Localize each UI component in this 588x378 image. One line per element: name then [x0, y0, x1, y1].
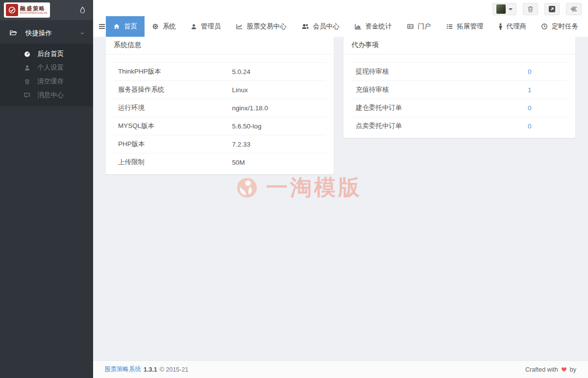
table-row: MYSQL版本 5.6.50-log: [114, 117, 326, 135]
tab-label: 股票交易中心: [247, 22, 287, 31]
caret-down-icon: [509, 8, 513, 10]
dashboard-icon: [23, 50, 31, 58]
system-info-panel: 系统信息 ThinkPHP版本 5.0.24 服务器操作系统 Linux 运行环…: [105, 37, 334, 175]
comment-icon: [23, 92, 31, 99]
sidebar-item-label: 个人设置: [37, 63, 64, 72]
sidebar-item-label: 消息中心: [37, 91, 64, 100]
external-link-icon: [548, 5, 556, 13]
row-value: 50M: [232, 159, 321, 166]
sidebar-item-profile[interactable]: 个人设置: [0, 61, 93, 75]
table-row: ThinkPHP版本 5.0.24: [114, 62, 326, 80]
tab-label: 拓展管理: [457, 22, 484, 31]
clock-icon: [541, 23, 548, 30]
folder-open-icon: [9, 29, 17, 38]
table-row: 服务器操作系统 Linux: [114, 80, 326, 99]
tab-stock-trading[interactable]: 股票交易中心: [228, 16, 294, 37]
footer-copyright: © 2015-21: [160, 366, 189, 373]
brand-name-en: RONGSHENGCELVE: [20, 12, 48, 14]
row-value: nginx/1.18.0: [232, 104, 321, 112]
sidebar-item-label: 清空缓存: [37, 77, 64, 86]
table-row: 充值待审核 1: [351, 80, 567, 99]
tab-admins[interactable]: 管理员: [183, 16, 228, 37]
tab-grid-more[interactable]: [586, 16, 588, 37]
tab-label: 系统: [163, 22, 176, 31]
tab-label: 会员中心: [313, 22, 340, 31]
gear-icon: [152, 23, 159, 30]
tab-portal[interactable]: 门户: [399, 16, 439, 37]
todo-count-link[interactable]: 1: [528, 86, 563, 94]
table-row: 点卖委托中订单 0: [351, 117, 567, 135]
avatar: [496, 4, 506, 14]
sidebar: 融盛策略 RONGSHENGCELVE 快捷操作 后台首页: [0, 0, 93, 378]
newspaper-icon: [407, 23, 414, 30]
user-icon: [191, 24, 197, 30]
watermark-text: 一淘模版: [266, 173, 362, 202]
tab-members[interactable]: 会员中心: [294, 16, 347, 37]
user-icon: [23, 65, 31, 71]
table-row: 运行环境 nginx/1.18.0: [114, 99, 326, 117]
watermark-logo-icon: [236, 176, 258, 199]
todo-count-link[interactable]: 0: [528, 104, 563, 112]
row-value: Linux: [232, 86, 321, 94]
avatar-dropdown-button[interactable]: [492, 3, 516, 15]
bars-menu-button[interactable]: [566, 3, 582, 15]
tab-label: 资金统计: [366, 22, 392, 31]
table-row: PHP版本 7.2.33: [114, 135, 326, 153]
tab-system[interactable]: 系统: [145, 16, 183, 37]
row-label: 运行环境: [118, 103, 232, 112]
footer-system-link[interactable]: 股票策略系统: [104, 365, 141, 374]
todo-panel: 代办事项 提现待审核 0 充值待审核 1 建仓委托中订单 0: [343, 37, 576, 138]
todo-table: 提现待审核 0 充值待审核 1 建仓委托中订单 0 点卖委托中订单 0: [343, 54, 575, 138]
sidebar-item-dashboard[interactable]: 后台首页: [0, 47, 93, 61]
todo-count-link[interactable]: 0: [528, 123, 563, 130]
row-label: MYSQL版本: [118, 122, 232, 130]
table-row: 提现待审核 0: [351, 62, 567, 80]
app-window: 融盛策略 RONGSHENGCELVE 快捷操作 后台首页: [0, 0, 588, 378]
footer-version: 1.3.1: [144, 366, 157, 373]
external-link-button[interactable]: [544, 3, 560, 15]
row-label: 建仓委托中订单: [356, 103, 528, 112]
tab-agents[interactable]: 代理商: [491, 16, 534, 37]
tab-home[interactable]: 首页: [106, 16, 145, 37]
content-area: 系统信息 ThinkPHP版本 5.0.24 服务器操作系统 Linux 运行环…: [93, 37, 588, 360]
users-icon: [301, 23, 309, 30]
brand-logo[interactable]: 融盛策略 RONGSHENGCELVE: [4, 2, 50, 18]
row-label: ThinkPHP版本: [118, 67, 232, 76]
sidebar-submenu: 后台首页 个人设置 清空缓存 消息中心: [0, 44, 93, 106]
crafted-text: Crafted with: [525, 366, 558, 373]
footer-right: Crafted with by: [525, 366, 576, 373]
tab-funds-stats[interactable]: 资金统计: [347, 16, 399, 37]
table-row: 建仓委托中订单 0: [351, 99, 567, 117]
bar-chart-icon: [354, 23, 362, 30]
male-icon: [498, 23, 503, 30]
footer-left: 股票策略系统 1.3.1 © 2015-21: [104, 365, 188, 374]
list-icon: [446, 23, 453, 30]
row-value: 7.2.33: [232, 141, 321, 148]
sidebar-item-label: 后台首页: [37, 50, 64, 58]
trash-button[interactable]: [523, 3, 538, 15]
main-nav: 首页 系统 管理员 股票交易中心: [93, 16, 588, 37]
sidebar-item-clear-cache[interactable]: 清空缓存: [0, 75, 93, 88]
sidebar-section-quick-ops[interactable]: 快捷操作: [0, 23, 93, 44]
topbar-actions: [492, 3, 582, 15]
hamburger-icon[interactable]: [98, 16, 106, 37]
drop-icon[interactable]: [79, 6, 86, 14]
tab-scheduled-tasks[interactable]: 定时任务: [534, 16, 586, 37]
row-value: 5.0.24: [232, 68, 321, 76]
row-label: 服务器操作系统: [118, 85, 232, 94]
row-label: 点卖委托中订单: [356, 122, 528, 130]
trash-icon: [23, 78, 31, 85]
system-info-table: ThinkPHP版本 5.0.24 服务器操作系统 Linux 运行环境 ngi…: [106, 54, 334, 174]
panel-title: 系统信息: [106, 37, 334, 54]
row-label: 充值待审核: [356, 85, 528, 94]
panel-title: 代办事项: [343, 37, 575, 54]
todo-count-link[interactable]: 0: [528, 68, 563, 76]
trash-icon: [527, 5, 534, 13]
tab-extensions[interactable]: 拓展管理: [439, 16, 491, 37]
home-icon: [113, 23, 120, 30]
sidebar-logo-bar: 融盛策略 RONGSHENGCELVE: [0, 0, 93, 20]
sidebar-item-messages[interactable]: 消息中心: [0, 88, 93, 102]
nav-tabs: 首页 系统 管理员 股票交易中心: [106, 16, 588, 37]
chevron-down-icon: [79, 30, 85, 36]
brand-name-cn: 融盛策略: [20, 6, 48, 12]
